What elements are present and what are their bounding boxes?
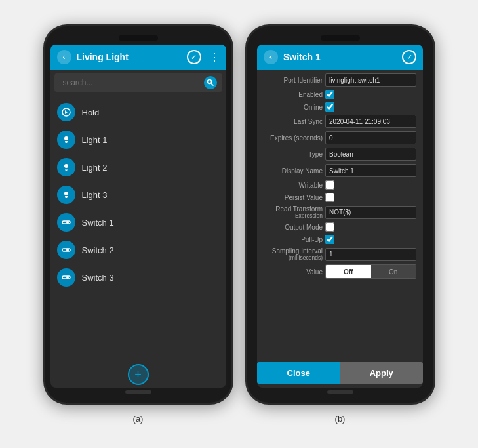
check-icon-a[interactable]: ✓ bbox=[187, 50, 201, 64]
header-bar-b: ‹ Switch 1 ✓ bbox=[257, 45, 423, 70]
list-item[interactable]: Hold bbox=[50, 98, 226, 126]
check-icon-b[interactable]: ✓ bbox=[402, 50, 416, 64]
sampling-row: Sampling Interval (milliseconds) bbox=[264, 247, 416, 261]
list-item-label: Switch 3 bbox=[82, 273, 114, 283]
phone-a: ‹ Living Light ✓ ⋮ bbox=[43, 24, 233, 405]
label-b: (b) bbox=[335, 414, 346, 424]
phone-b-screen: ‹ Switch 1 ✓ Port Identifier Enabled bbox=[257, 45, 423, 388]
online-checkbox[interactable] bbox=[325, 102, 334, 112]
writable-row: Writable bbox=[264, 180, 416, 190]
read-transform-input[interactable] bbox=[325, 206, 416, 219]
add-button[interactable]: + bbox=[128, 364, 149, 385]
last-sync-row: Last Sync bbox=[264, 115, 416, 128]
svg-rect-10 bbox=[65, 196, 68, 197]
list-item[interactable]: Switch 1 bbox=[50, 209, 226, 236]
value-off-button[interactable]: Off bbox=[326, 265, 371, 278]
phone-a-notch bbox=[119, 35, 158, 41]
last-sync-input[interactable] bbox=[325, 115, 416, 128]
header-bar-a: ‹ Living Light ✓ ⋮ bbox=[50, 45, 226, 70]
phone-a-wrapper: ‹ Living Light ✓ ⋮ bbox=[43, 24, 233, 424]
svg-point-17 bbox=[66, 276, 69, 279]
value-on-button[interactable]: On bbox=[371, 265, 416, 278]
list-item-label: Light 1 bbox=[82, 135, 108, 145]
search-button-a[interactable] bbox=[204, 76, 217, 89]
svg-point-6 bbox=[64, 164, 68, 168]
home-indicator-a bbox=[125, 390, 151, 394]
form-actions: Close Apply bbox=[257, 362, 423, 388]
port-identifier-label: Port Identifier bbox=[264, 77, 323, 84]
svg-point-15 bbox=[66, 249, 69, 251]
writable-label: Writable bbox=[264, 182, 323, 189]
phone-a-screen: ‹ Living Light ✓ ⋮ bbox=[50, 45, 226, 388]
header-title-a: Living Light bbox=[77, 52, 182, 62]
list-item-label: Light 2 bbox=[82, 163, 108, 173]
svg-point-3 bbox=[64, 136, 68, 140]
sampling-label: Sampling Interval (milliseconds) bbox=[264, 247, 323, 261]
expires-input[interactable] bbox=[325, 131, 416, 144]
persist-label: Persist Value bbox=[264, 194, 323, 201]
port-identifier-input[interactable] bbox=[325, 73, 416, 87]
list-item[interactable]: Switch 3 bbox=[50, 264, 226, 291]
hold-icon bbox=[57, 103, 75, 121]
list-item[interactable]: Switch 2 bbox=[50, 236, 226, 264]
svg-rect-11 bbox=[65, 197, 67, 198]
list-item-label: Light 3 bbox=[82, 190, 108, 200]
port-identifier-row: Port Identifier bbox=[264, 73, 416, 87]
persist-checkbox[interactable] bbox=[325, 193, 334, 202]
type-label: Type bbox=[264, 151, 323, 158]
online-row: Online bbox=[264, 102, 416, 112]
enabled-checkbox[interactable] bbox=[325, 90, 334, 99]
apply-button[interactable]: Apply bbox=[340, 362, 424, 384]
output-mode-label: Output Mode bbox=[264, 224, 323, 231]
read-transform-label: Read Transform Expression bbox=[264, 205, 323, 219]
svg-rect-4 bbox=[65, 141, 68, 142]
light2-icon bbox=[57, 158, 75, 176]
persist-row: Persist Value bbox=[264, 193, 416, 202]
expires-label: Expires (seconds) bbox=[264, 134, 323, 142]
label-a: (a) bbox=[133, 414, 144, 424]
light1-icon bbox=[57, 131, 75, 149]
header-title-b: Switch 1 bbox=[283, 52, 397, 62]
close-button[interactable]: Close bbox=[257, 362, 340, 384]
form-body: Port Identifier Enabled Online Last Sync bbox=[257, 70, 423, 359]
switch3-icon bbox=[57, 268, 75, 287]
list-container-a: Hold Light 1 Light 2 bbox=[50, 96, 226, 359]
writable-checkbox[interactable] bbox=[325, 180, 334, 190]
menu-dots-a[interactable]: ⋮ bbox=[209, 51, 220, 64]
back-button-b[interactable]: ‹ bbox=[264, 50, 278, 64]
online-label: Online bbox=[264, 104, 323, 111]
search-bar-a bbox=[54, 73, 222, 92]
enabled-row: Enabled bbox=[264, 90, 416, 99]
svg-rect-5 bbox=[65, 142, 67, 143]
svg-rect-8 bbox=[65, 170, 67, 171]
output-mode-checkbox[interactable] bbox=[325, 222, 334, 232]
svg-point-0 bbox=[207, 80, 211, 84]
list-item[interactable]: Light 3 bbox=[50, 181, 226, 209]
list-item[interactable]: Light 2 bbox=[50, 153, 226, 181]
type-input[interactable] bbox=[325, 148, 416, 161]
pullup-label: Pull-Up bbox=[264, 236, 323, 243]
svg-point-13 bbox=[66, 221, 69, 224]
type-row: Type bbox=[264, 148, 416, 161]
display-name-input[interactable] bbox=[325, 164, 416, 177]
phone-b-wrapper: ‹ Switch 1 ✓ Port Identifier Enabled bbox=[245, 24, 435, 424]
pullup-checkbox[interactable] bbox=[325, 235, 334, 244]
pullup-row: Pull-Up bbox=[264, 235, 416, 244]
svg-rect-7 bbox=[65, 169, 68, 170]
list-item[interactable]: Light 1 bbox=[50, 126, 226, 153]
expires-row: Expires (seconds) bbox=[264, 131, 416, 144]
fab-container: + bbox=[50, 359, 226, 388]
back-button-a[interactable]: ‹ bbox=[57, 50, 71, 64]
svg-line-1 bbox=[211, 83, 213, 85]
phone-b: ‹ Switch 1 ✓ Port Identifier Enabled bbox=[245, 24, 435, 405]
value-row: Value Off On bbox=[264, 264, 416, 279]
display-name-label: Display Name bbox=[264, 167, 323, 174]
switch1-icon bbox=[57, 213, 75, 232]
sampling-input[interactable] bbox=[325, 248, 416, 261]
search-input-a[interactable] bbox=[60, 76, 200, 89]
enabled-label: Enabled bbox=[264, 91, 323, 98]
display-name-row: Display Name bbox=[264, 164, 416, 177]
output-mode-row: Output Mode bbox=[264, 222, 416, 232]
list-item-label: Hold bbox=[82, 108, 100, 117]
value-label: Value bbox=[264, 268, 323, 275]
